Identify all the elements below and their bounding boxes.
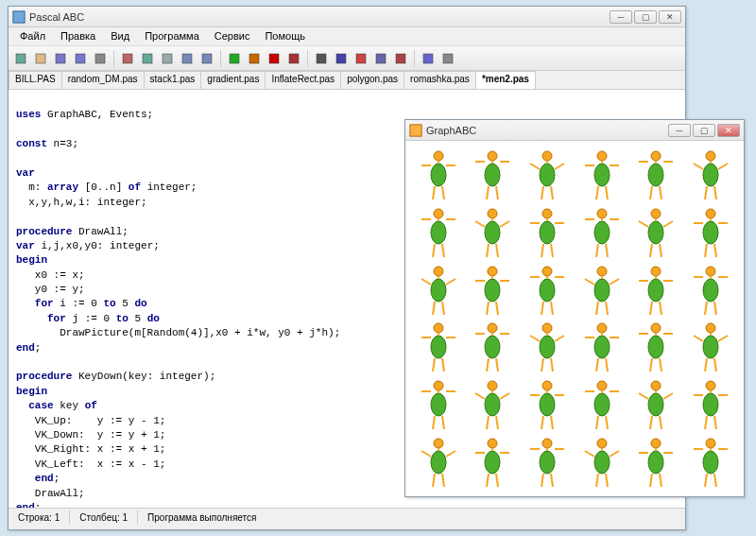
svg-rect-4 bbox=[76, 54, 85, 63]
cut-icon[interactable] bbox=[119, 50, 136, 67]
graph-maximize-button[interactable]: ▢ bbox=[693, 124, 715, 137]
tab-3[interactable]: gradient.pas bbox=[200, 71, 266, 89]
tab-0[interactable]: BILL.PAS bbox=[9, 71, 62, 89]
undo-icon[interactable] bbox=[179, 50, 196, 67]
svg-rect-6 bbox=[123, 54, 132, 63]
svg-line-29 bbox=[442, 186, 444, 199]
svg-line-56 bbox=[650, 186, 652, 199]
svg-rect-0 bbox=[13, 10, 25, 22]
svg-line-64 bbox=[714, 186, 716, 199]
svg-line-203 bbox=[487, 416, 489, 429]
open-icon[interactable] bbox=[32, 50, 49, 67]
redo-icon[interactable] bbox=[198, 50, 215, 67]
tab-2[interactable]: stack1.pas bbox=[144, 71, 202, 89]
svg-line-176 bbox=[606, 358, 608, 372]
delete-icon[interactable] bbox=[352, 50, 369, 67]
svg-line-188 bbox=[718, 336, 728, 341]
arrow-icon[interactable] bbox=[313, 50, 330, 67]
tabbar: BILL.PASrandom_DM.passtack1.pasgradient.… bbox=[9, 71, 685, 90]
figure-sprite bbox=[411, 261, 466, 319]
code-token: m: bbox=[16, 182, 47, 193]
main-titlebar[interactable]: Pascal ABC ─ ▢ ✕ bbox=[9, 7, 685, 27]
code-token: DrawAll; bbox=[72, 226, 128, 237]
figure-sprite bbox=[629, 204, 684, 262]
svg-line-36 bbox=[496, 186, 498, 199]
stop-icon[interactable] bbox=[266, 50, 283, 67]
svg-point-234 bbox=[431, 451, 446, 474]
svg-line-238 bbox=[433, 474, 435, 487]
menu-program[interactable]: Программа bbox=[137, 27, 207, 45]
new-icon[interactable] bbox=[12, 50, 29, 67]
svg-point-157 bbox=[485, 336, 500, 358]
monitor-icon[interactable] bbox=[420, 50, 437, 67]
figure-sprite bbox=[575, 147, 629, 204]
svg-line-63 bbox=[705, 186, 707, 199]
svg-line-167 bbox=[555, 336, 564, 341]
figure-sprite bbox=[683, 204, 738, 262]
block-icon[interactable] bbox=[372, 50, 389, 67]
svg-point-31 bbox=[485, 164, 500, 186]
svg-line-49 bbox=[596, 186, 598, 199]
svg-line-274 bbox=[714, 474, 716, 487]
paste-icon[interactable] bbox=[159, 50, 176, 67]
copy-icon[interactable] bbox=[139, 50, 156, 67]
zoom-icon[interactable] bbox=[333, 50, 350, 67]
breakpoint-icon[interactable] bbox=[285, 50, 302, 67]
code-token: ; bbox=[35, 502, 42, 508]
svg-line-148 bbox=[714, 302, 716, 315]
tab-5[interactable]: polygon.pas bbox=[340, 71, 404, 89]
tab-4[interactable]: InflateRect.pas bbox=[265, 71, 341, 89]
print-icon[interactable] bbox=[92, 50, 109, 67]
tab-1[interactable]: random_DM.pas bbox=[61, 71, 145, 89]
tab-6[interactable]: romashka.pas bbox=[404, 71, 476, 89]
cross-icon[interactable] bbox=[392, 50, 409, 67]
svg-point-164 bbox=[540, 336, 555, 358]
graph-close-button[interactable]: ✕ bbox=[717, 124, 740, 137]
code-token: var bbox=[16, 240, 35, 251]
svg-point-178 bbox=[648, 336, 663, 358]
svg-point-192 bbox=[431, 393, 446, 416]
code-token: GraphABC, Events; bbox=[41, 109, 153, 120]
maximize-button[interactable]: ▢ bbox=[634, 10, 657, 24]
svg-rect-16 bbox=[336, 54, 346, 63]
svg-point-170 bbox=[597, 323, 607, 333]
svg-line-28 bbox=[433, 186, 435, 199]
figure-sprite bbox=[411, 204, 466, 262]
figure-sprite bbox=[629, 319, 684, 376]
minimize-button[interactable]: ─ bbox=[610, 10, 632, 24]
graph-titlebar[interactable]: GraphABC ─ ▢ ✕ bbox=[405, 120, 744, 141]
code-token: begin bbox=[16, 386, 47, 397]
run-icon[interactable] bbox=[226, 50, 243, 67]
save-all-icon[interactable] bbox=[72, 50, 89, 67]
figure-sprite bbox=[575, 433, 629, 491]
graph-app-icon bbox=[409, 124, 422, 137]
menu-help[interactable]: Помощь bbox=[257, 27, 313, 45]
figure-sprite bbox=[466, 433, 521, 491]
figure-sprite bbox=[520, 376, 575, 434]
svg-point-149 bbox=[434, 323, 443, 333]
svg-rect-1 bbox=[16, 54, 26, 63]
svg-line-126 bbox=[541, 302, 543, 315]
menu-service[interactable]: Сервис bbox=[207, 27, 258, 45]
graph-minimize-button[interactable]: ─ bbox=[668, 124, 691, 137]
code-token: case bbox=[28, 400, 53, 411]
svg-rect-9 bbox=[182, 54, 192, 63]
step-icon[interactable] bbox=[246, 50, 263, 67]
svg-point-44 bbox=[597, 151, 607, 161]
svg-point-163 bbox=[542, 323, 552, 333]
svg-line-111 bbox=[446, 279, 455, 285]
svg-line-162 bbox=[496, 358, 498, 372]
code-token: 5 bbox=[116, 298, 135, 309]
tab-7[interactable]: *men2.pas bbox=[475, 71, 536, 89]
save-icon[interactable] bbox=[52, 50, 69, 67]
menu-view[interactable]: Вид bbox=[103, 27, 137, 45]
window-icon[interactable] bbox=[439, 50, 456, 67]
svg-line-105 bbox=[705, 244, 707, 257]
menu-file[interactable]: Файл bbox=[12, 27, 53, 45]
svg-point-128 bbox=[597, 267, 607, 276]
svg-rect-5 bbox=[95, 54, 105, 63]
svg-point-198 bbox=[488, 381, 497, 390]
menu-edit[interactable]: Правка bbox=[53, 27, 103, 45]
close-button[interactable]: ✕ bbox=[659, 10, 681, 24]
code-token bbox=[16, 313, 47, 324]
